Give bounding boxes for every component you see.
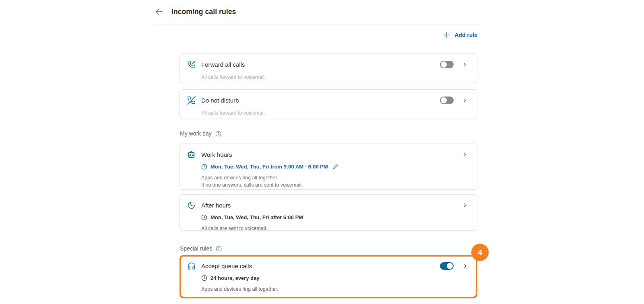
- step-badge: 4: [471, 244, 489, 261]
- rule-row: After hours: [187, 201, 468, 210]
- rule-title: Forward all calls: [201, 61, 440, 68]
- chevron-right-icon[interactable]: [461, 97, 468, 104]
- rule-row: Accept queue calls: [187, 261, 468, 270]
- rule-description: Apps and devices ring all together.: [201, 286, 468, 292]
- toggle-knob: [441, 62, 447, 68]
- chevron-right-icon[interactable]: [461, 202, 468, 209]
- schedule-row: Mon, Tue, Wed, Thu, Fri from 9:00 AM - 6…: [201, 163, 468, 170]
- clock-icon: [201, 164, 207, 170]
- phone-slash-icon: [187, 96, 196, 105]
- plus-icon: [443, 31, 451, 39]
- do-not-disturb-toggle[interactable]: [440, 97, 454, 104]
- back-arrow-icon[interactable]: [155, 7, 163, 16]
- rule-description: Apps and devices ring all together.: [201, 175, 468, 181]
- rule-description: All calls forward to voicemail.: [201, 110, 468, 116]
- info-icon[interactable]: [215, 131, 221, 137]
- section-my-work-day: My work day: [180, 130, 221, 137]
- chevron-right-icon[interactable]: [461, 151, 468, 158]
- schedule-text: Mon, Tue, Wed, Thu, Fri after 6:00 PM: [211, 214, 303, 220]
- toolbar: Add rule: [155, 31, 477, 39]
- rule-card-forward-all-calls[interactable]: Forward all calls All calls forward to v…: [180, 53, 477, 83]
- moon-icon: [187, 201, 196, 210]
- toggle-knob: [447, 263, 453, 269]
- forward-all-calls-toggle[interactable]: [440, 61, 454, 68]
- clock-icon: [201, 214, 207, 220]
- schedule-text: Mon, Tue, Wed, Thu, Fri from 9:00 AM - 6…: [211, 164, 328, 170]
- rule-title: After hours: [201, 202, 461, 209]
- rule-row: Work hours: [187, 150, 468, 159]
- header-divider: [155, 25, 481, 25]
- rule-card-do-not-disturb[interactable]: Do not disturb All calls forward to voic…: [180, 89, 477, 119]
- rule-row: Forward all calls: [187, 60, 468, 69]
- rule-card-work-hours[interactable]: Work hours Mon, Tue, Wed, Thu, Fri from …: [180, 144, 477, 190]
- page-title: Incoming call rules: [171, 8, 236, 16]
- headset-icon: [187, 262, 196, 270]
- rule-description: All calls forward to voicemail.: [201, 74, 468, 80]
- badge-icon: [187, 150, 196, 159]
- schedule-row: 24 hours, every day: [201, 274, 468, 281]
- schedule-text: 24 hours, every day: [211, 275, 259, 281]
- section-label: Special rules: [180, 245, 212, 252]
- chevron-right-icon[interactable]: [461, 61, 468, 68]
- rule-title: Work hours: [201, 151, 461, 158]
- rule-row: Do not disturb: [187, 96, 468, 105]
- edit-pencil-icon[interactable]: [333, 164, 339, 169]
- rule-description: If no one answers, calls are sent to voi…: [201, 182, 468, 188]
- rule-description: All calls are sent to voicemail.: [201, 225, 468, 232]
- info-icon[interactable]: [216, 246, 222, 252]
- section-label: My work day: [180, 130, 212, 137]
- accept-queue-calls-toggle[interactable]: [440, 262, 454, 270]
- schedule-row: Mon, Tue, Wed, Thu, Fri after 6:00 PM: [201, 214, 468, 221]
- toggle-knob: [441, 97, 447, 103]
- clock-icon: [201, 275, 207, 281]
- section-special-rules: Special rules: [180, 245, 222, 252]
- incoming-call-rules-page: Incoming call rules Add rule Forward all…: [0, 0, 644, 304]
- chevron-right-icon[interactable]: [461, 263, 468, 269]
- rule-title: Accept queue calls: [201, 263, 440, 269]
- add-rule-label: Add rule: [454, 32, 477, 38]
- rule-card-accept-queue-calls[interactable]: Accept queue calls 24 hours, every day A…: [180, 255, 477, 298]
- page-header: Incoming call rules: [155, 7, 481, 16]
- rule-title: Do not disturb: [201, 97, 440, 104]
- add-rule-button[interactable]: Add rule: [443, 31, 477, 39]
- rule-card-after-hours[interactable]: After hours Mon, Tue, Wed, Thu, Fri afte…: [180, 194, 477, 231]
- phone-forward-icon: [187, 60, 196, 69]
